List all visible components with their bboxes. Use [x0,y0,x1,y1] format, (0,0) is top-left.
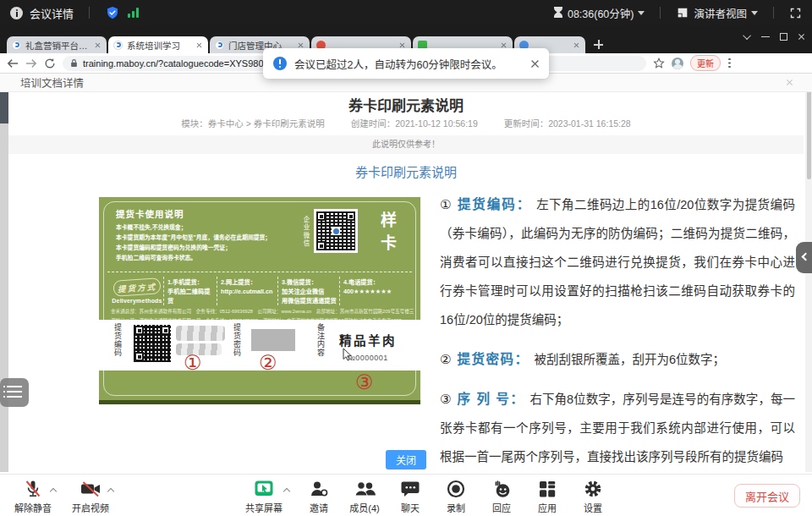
meeting-topbar: 会议详情 08:36(60分钟) 演讲者视图 [0,0,812,25]
start-video-button[interactable]: 开启视频 [66,479,115,514]
card-usage-line: 本卡提货期为本年度"月中旬至"月底，请务必在此期间提货； [116,233,300,243]
doc-section-link[interactable]: 券卡印刷元素说明 [0,162,812,180]
tab-close-icon[interactable] [95,41,101,47]
chevron-down-icon [638,11,645,19]
window-minimize-icon[interactable] [761,36,770,37]
page-scrollbar[interactable] [805,74,812,472]
page-title: 培训文档详情 [20,74,84,91]
view-mode-switch[interactable]: 演讲者视图 [676,5,758,21]
tab-close-icon[interactable] [298,41,304,47]
tab-close-icon[interactable] [573,41,579,47]
delivery-method-1: 1.手机提货：手机拍二维码提货 [167,277,216,306]
apps-grid-icon [537,479,557,499]
meeting-timer[interactable]: 08:36(60分钟) [553,5,645,21]
layout-icon [676,6,689,19]
settings-button[interactable]: 设置 [568,479,617,514]
lock-icon [70,58,78,68]
record-button[interactable]: 录制 [431,479,480,514]
card-usage-title: 提货卡使用说明 [116,207,300,220]
remark-value: 精品羊肉 [339,331,397,349]
browser-profile-avatar[interactable] [672,58,683,69]
view-mode-label: 演讲者视图 [694,5,747,21]
forward-icon[interactable] [25,58,37,69]
apps-button[interactable]: 应用 [523,479,572,514]
tab-label: 系统培训学习 [127,39,191,52]
divider [660,7,661,19]
card-usage-line: 手机拍二维码可查询券卡状态。 [116,253,300,263]
tab-close-icon[interactable] [501,41,507,47]
dashed-divider [107,272,412,272]
delivery-method-4: 4.电话提货：400★★★★★★★ [343,277,403,297]
divider [89,7,90,19]
window-close-icon[interactable] [798,33,805,41]
doc-meta-created: 创建时间：2021-10-12 10:56:19 [351,118,478,129]
fullscreen-icon[interactable] [789,7,802,19]
share-screen-icon [254,479,274,499]
invite-button[interactable]: 邀请 [294,479,343,514]
tab-close-icon[interactable] [196,41,202,47]
site-favicon [215,41,224,50]
meeting-info-icon[interactable] [10,7,23,19]
share-screen-button[interactable]: 共享屏幕 [237,479,291,514]
window-maximize-icon[interactable] [780,33,787,41]
card-usage-line: 本卡提货编码和提货密码为兑换的唯一凭证； [116,243,300,253]
security-shield-icon[interactable] [105,5,120,20]
delivery-methods-stamp: 提货方式 Deliverymethods [111,278,163,304]
meeting-toolbar: 解除静音 开启视频 共享屏幕 邀请 成 [0,474,812,516]
browser-update-pill[interactable]: 更新 [690,55,721,71]
bookmark-star-icon[interactable] [653,58,665,69]
window-menu-icon[interactable] [743,31,751,40]
share-options-chevron[interactable] [283,488,290,495]
page-close-icon[interactable] [786,79,793,86]
gear-icon [583,479,603,499]
divider [773,7,774,19]
mouse-cursor [343,348,353,361]
chevron-left-icon [802,253,810,261]
microphone-muted-icon [23,479,43,499]
browser-menu-icon[interactable] [727,58,731,69]
pickup-password-label: 提货密码 [232,323,243,367]
badge-3: ③ [355,372,374,392]
wechat-qr-code [314,209,358,253]
explanation-item-2: ②提货密码：被刮刮银所覆盖，刮开为6位数字； [440,345,795,374]
badge-2: ② [259,353,277,373]
browser-tab-1[interactable]: 礼盒营销平台管理中心 [7,36,107,53]
scrollbar-thumb[interactable] [807,78,811,179]
invite-person-icon [309,479,329,499]
browser-tab-2-active[interactable]: 系统培训学习 [108,36,208,53]
reload-icon[interactable] [44,58,56,69]
delivery-method-2: 2.网上提货：http://e.cutmall.cn [221,277,277,297]
meeting-info-label[interactable]: 会议详情 [30,5,74,21]
badge-1: ① [184,353,202,373]
card-usage-line: 本卡概不挂失,不兑换现金； [116,222,300,233]
new-tab-button[interactable] [592,38,605,51]
tab-label: 礼盒营销平台管理中心 [25,39,90,52]
remark-label: 备注内容 [315,323,326,367]
members-button[interactable]: 成员(4) [340,479,389,514]
leave-meeting-button[interactable]: 离开会议 [734,484,800,508]
collapsed-sidebar-strip [0,74,8,472]
pickup-qr-code [133,324,172,363]
network-signal-icon[interactable] [127,7,140,19]
chevron-down-icon [751,11,758,19]
panel-collapse-handle[interactable] [796,242,812,273]
catalog-list-button[interactable] [0,378,29,407]
doc-notice-band: 此说明仅供参考！ [8,135,804,154]
notification-close-icon[interactable] [530,58,540,68]
serial-number: №0000001 [347,354,388,362]
info-icon [273,57,287,70]
record-icon [446,479,466,499]
notification-text: 会议已超过2人，自动转为60分钟限时会议。 [294,56,524,72]
tab-close-icon[interactable] [399,41,405,47]
hourglass-icon [553,7,563,19]
chat-button[interactable]: 聊天 [386,479,435,514]
reaction-button[interactable]: 回应 [477,479,526,514]
meeting-screen: 会议详情 08:36(60分钟) 演讲者视图 礼盒营销平台管理中心 [0,0,812,516]
mic-options-chevron[interactable] [50,488,57,495]
close-doc-button[interactable]: 关闭 [386,450,426,469]
video-options-chevron[interactable] [107,488,114,495]
back-icon[interactable] [7,58,19,69]
chat-bubble-icon [400,479,420,499]
unmute-button[interactable]: 解除静音 [8,479,58,514]
members-icon [354,479,376,499]
